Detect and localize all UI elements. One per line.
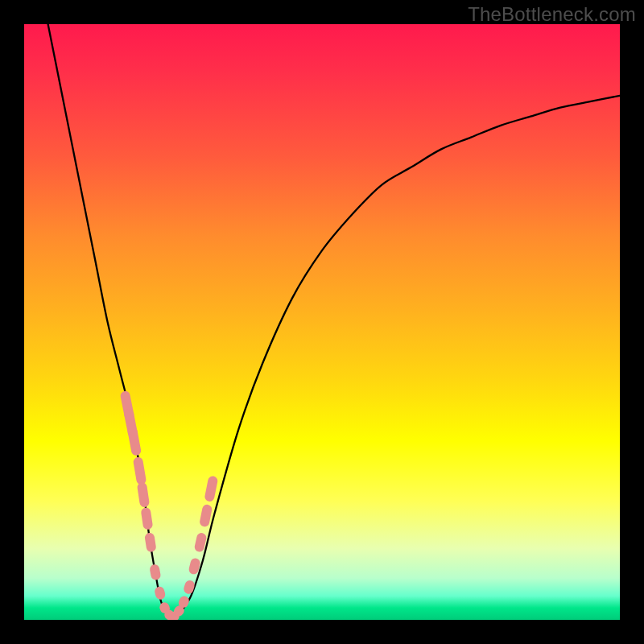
highlight-markers-group [120, 390, 219, 620]
highlight-marker [183, 579, 196, 595]
highlight-marker [199, 504, 213, 528]
chart-svg [24, 24, 620, 620]
plot-area [24, 24, 620, 620]
highlight-marker [144, 532, 156, 552]
chart-frame: TheBottleneck.com [0, 0, 644, 644]
highlight-marker [133, 456, 147, 485]
highlight-marker [137, 481, 150, 507]
watermark-text: TheBottleneck.com [468, 3, 636, 26]
highlight-marker [127, 426, 142, 456]
highlight-marker [149, 564, 161, 580]
bottleneck-curve-path [48, 24, 620, 620]
highlight-marker [154, 585, 167, 601]
highlight-marker [204, 475, 218, 502]
highlight-marker [140, 507, 153, 530]
curve-line [48, 24, 620, 620]
